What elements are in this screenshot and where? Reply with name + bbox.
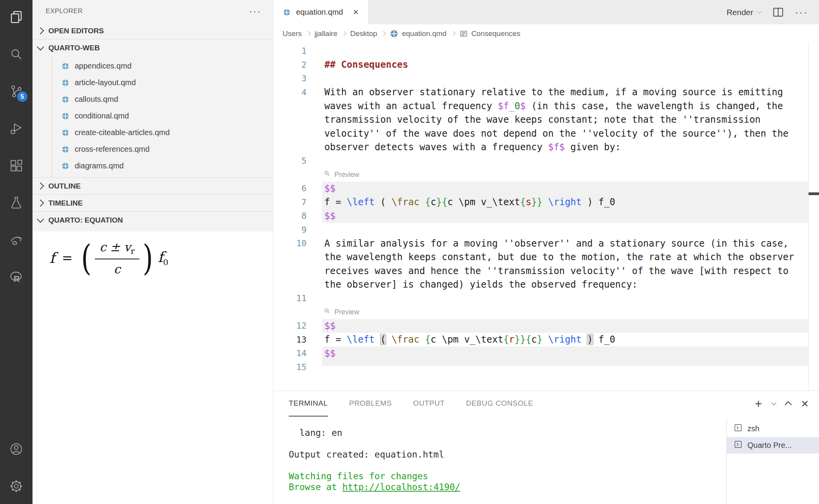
section-label: TIMELINE: [48, 199, 83, 207]
r-lang-icon[interactable]: R: [9, 269, 24, 285]
terminal-link[interactable]: http://localhost:4190/: [342, 482, 460, 492]
codelens-row[interactable]: Preview: [273, 168, 809, 182]
breadcrumb-label: Desktop: [350, 29, 377, 38]
run-debug-icon[interactable]: [9, 121, 24, 136]
file-item[interactable]: article-layout.qmd: [33, 74, 273, 91]
code-line[interactable]: 8$$: [273, 209, 809, 223]
token: }{: [436, 197, 447, 207]
code-line[interactable]: observer detects waves with a frequency …: [273, 141, 809, 154]
code-line[interactable]: 10A similar analysis for a moving ''obse…: [273, 237, 809, 250]
file-item[interactable]: conditional.qmd: [33, 108, 273, 124]
token: }: [537, 334, 542, 345]
file-item[interactable]: diagrams.qmd: [33, 158, 273, 174]
token: c: [431, 197, 436, 207]
panel-tab-debug-console[interactable]: DEBUG CONSOLE: [466, 391, 533, 417]
close-panel-icon[interactable]: ✕: [801, 398, 809, 410]
equation-equals: =: [62, 250, 73, 266]
token: }}: [531, 197, 543, 207]
token: With an observer stationary relative to …: [324, 87, 783, 98]
section-open-editors[interactable]: OPEN EDITORS: [33, 22, 273, 39]
code-line[interactable]: 1: [273, 44, 809, 58]
terminal-line: Output created: equation.html: [289, 449, 460, 460]
code-line[interactable]: 12$$: [273, 319, 809, 333]
line-number: 11: [273, 293, 307, 303]
code-editor[interactable]: 12## Consequences34With an observer stat…: [273, 43, 819, 391]
code-line[interactable]: velocity'' of the wave does not depend o…: [273, 127, 809, 141]
code-line[interactable]: 14$$: [273, 346, 809, 360]
preview-label[interactable]: Preview: [334, 171, 359, 179]
badge-count: 5: [17, 91, 27, 102]
code-line[interactable]: waves with an actual frequency $f_0$ (in…: [273, 99, 809, 113]
settings-icon[interactable]: [9, 478, 24, 494]
file-item[interactable]: cross-references.qmd: [33, 141, 273, 158]
editor-group: equation.qmd ✕ Render ··· Usersjjallaire…: [273, 0, 819, 504]
panel-tab-problems[interactable]: PROBLEMS: [349, 391, 392, 417]
new-terminal-icon[interactable]: +: [755, 400, 762, 408]
breadcrumb-item[interactable]: Desktop: [350, 29, 377, 38]
code-line[interactable]: transmission velocity of the wave keeps …: [273, 113, 809, 127]
files-icon[interactable]: [9, 9, 24, 25]
close-icon[interactable]: ✕: [353, 8, 359, 17]
code-line[interactable]: 4With an observer stationary relative to…: [273, 86, 809, 99]
section-quarto-equation[interactable]: QUARTO: EQUATION: [33, 211, 273, 228]
quarto-file-icon: [61, 112, 70, 120]
terminal-instance[interactable]: Quarto Pre...: [727, 437, 819, 454]
more-actions-icon[interactable]: ···: [795, 10, 808, 14]
file-item[interactable]: callouts.qmd: [33, 91, 273, 108]
codelens-row[interactable]: Preview: [273, 305, 809, 319]
code-line[interactable]: 13f = \left ( \frac {c \pm v_\text{r}}{c…: [273, 333, 809, 347]
terminal-instance[interactable]: zsh: [727, 420, 819, 437]
editor-actions: Render ···: [726, 0, 819, 24]
token: $f$: [548, 142, 565, 153]
code-line[interactable]: 7f = \left ( \frac {c}{c \pm v_\text{s}}…: [273, 195, 809, 209]
code-line[interactable]: 6$$: [273, 182, 809, 195]
token: receives waves and hence the ''transmiss…: [324, 266, 788, 276]
source-control-icon[interactable]: 5: [9, 84, 24, 99]
split-editor-icon[interactable]: [772, 6, 784, 18]
code-line[interactable]: 5: [273, 154, 809, 168]
account-icon[interactable]: [9, 441, 24, 457]
zoom-preview-icon: [324, 170, 331, 179]
maximize-panel-icon[interactable]: [785, 401, 792, 408]
breadcrumb-item[interactable]: equation.qmd: [390, 29, 446, 38]
preview-label[interactable]: Preview: [334, 308, 359, 316]
code-line[interactable]: 11: [273, 291, 809, 305]
more-actions-icon[interactable]: ···: [249, 9, 261, 13]
code-line[interactable]: receives waves and hence the ''transmiss…: [273, 264, 809, 278]
code-line[interactable]: 2## Consequences: [273, 58, 809, 72]
tab-equation-qmd[interactable]: equation.qmd ✕: [273, 0, 368, 24]
code-line[interactable]: 9: [273, 223, 809, 237]
breadcrumb-label: Consequences: [471, 29, 521, 38]
section-timeline[interactable]: TIMELINE: [33, 194, 273, 211]
breadcrumb-item[interactable]: jjallaire: [315, 29, 338, 38]
code-text: With an observer stationary relative to …: [307, 87, 783, 98]
section-outline[interactable]: OUTLINE: [33, 177, 273, 194]
scrollbar[interactable]: [808, 43, 819, 391]
breadcrumb-item[interactable]: Consequences: [459, 29, 521, 38]
file-item[interactable]: appendices.qmd: [33, 58, 273, 74]
file-item[interactable]: create-citeable-articles.qmd: [33, 124, 273, 141]
search-icon[interactable]: [9, 46, 24, 62]
panel-tab-terminal[interactable]: TERMINAL: [289, 391, 328, 417]
token: waves with an actual frequency: [324, 101, 498, 111]
testing-icon[interactable]: [9, 195, 24, 211]
token: ): [587, 334, 593, 345]
quarto-file-icon: [61, 129, 70, 137]
quarto-file-icon: [61, 95, 70, 104]
code-line[interactable]: the observer] is changed) yields the obs…: [273, 278, 809, 292]
section-quarto-web[interactable]: QUARTO-WEB: [33, 39, 273, 56]
render-button[interactable]: Render: [726, 8, 761, 17]
breadcrumb-item[interactable]: Users: [283, 29, 302, 38]
extensions-icon[interactable]: [9, 158, 24, 173]
token: r: [509, 334, 514, 345]
quarto-publish-icon[interactable]: [9, 232, 24, 248]
token: {: [520, 197, 526, 207]
code-line[interactable]: 3: [273, 72, 809, 86]
terminal-dropdown-icon[interactable]: [771, 400, 776, 405]
quarto-file-icon: [61, 79, 70, 87]
code-line[interactable]: the wavelength keeps constant, but due t…: [273, 250, 809, 264]
chevron-down-icon: [757, 9, 762, 14]
code-line[interactable]: 15: [273, 360, 809, 374]
panel-tab-output[interactable]: OUTPUT: [413, 391, 445, 417]
quarto-file-icon: [61, 162, 70, 170]
